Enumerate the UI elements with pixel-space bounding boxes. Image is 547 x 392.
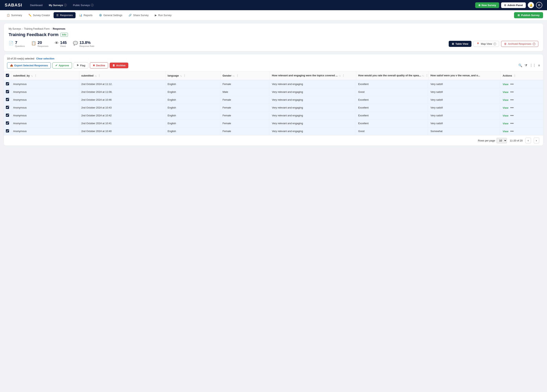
drag-q2-icon[interactable]: ⋮ (425, 74, 428, 77)
cell-submitted-by: Anonymous (11, 104, 79, 112)
row-checkbox-cell[interactable] (4, 88, 11, 96)
run-icon: ▶ (155, 14, 157, 17)
tab-general-settings[interactable]: ⚙️ General Settings (96, 12, 125, 18)
row-checkbox[interactable] (6, 129, 9, 132)
page-info: 11-20 of 20 (510, 139, 523, 142)
drag-actions-icon[interactable]: ⋮ (513, 74, 516, 77)
more-options-button[interactable]: ••• (510, 83, 514, 86)
more-options-button[interactable]: ••• (510, 122, 514, 125)
select-all-header[interactable] (4, 71, 11, 80)
notifications-button[interactable]: 🔔 (528, 2, 534, 8)
map-view-button[interactable]: 📍 Map View i (473, 41, 499, 47)
more-options-button[interactable]: ••• (510, 106, 514, 109)
view-link[interactable]: View (503, 130, 508, 133)
views-icon: 👁 (55, 41, 59, 45)
cell-actions: View ••• (501, 112, 543, 119)
view-link[interactable]: View (503, 98, 508, 101)
nav-public-surveys[interactable]: Public Surveys i (73, 4, 94, 7)
flag-button[interactable]: ⚑ Flag (74, 62, 88, 69)
columns-icon[interactable]: ⋮⋮ (530, 64, 536, 67)
row-checkbox-cell[interactable] (4, 127, 11, 135)
row-checkbox[interactable] (6, 106, 9, 109)
view-link[interactable]: View (503, 122, 508, 125)
sort-q2-icon[interactable]: ↑↓ (422, 74, 424, 77)
cell-q3: Very satisfi (428, 104, 500, 112)
view-buttons: ⊞ Table View 📍 Map View i 🗑 Archived Res… (449, 41, 538, 47)
row-checkbox[interactable] (6, 82, 9, 85)
view-link[interactable]: View (503, 83, 508, 86)
my-surveys-info-icon[interactable]: i (64, 4, 67, 7)
rows-per-page-select[interactable]: 10 25 50 (497, 138, 507, 143)
more-options-button[interactable]: ••• (510, 114, 514, 117)
avatar[interactable]: O (536, 2, 542, 8)
row-checkbox-cell[interactable] (4, 119, 11, 127)
tab-share-survey[interactable]: 🔗 Share Survey (126, 12, 151, 18)
row-checkbox[interactable] (6, 114, 9, 117)
cell-gender: Male (220, 88, 270, 96)
export-button[interactable]: 📤 Export Selected Responses (7, 62, 51, 69)
clear-selection-button[interactable]: Clear selection (36, 57, 55, 60)
drag-q1-icon[interactable]: ⋮ (342, 74, 345, 77)
tab-summary[interactable]: 📋 Summary (4, 12, 25, 18)
tab-responses[interactable]: ☰ Responses (54, 12, 75, 18)
tab-reports[interactable]: 📊 Reports (76, 12, 95, 18)
more-options-button[interactable]: ••• (510, 98, 514, 101)
breadcrumb-form-name[interactable]: Training Feedback Form (24, 28, 50, 30)
archived-responses-button[interactable]: 🗑 Archived Responses i (501, 41, 538, 47)
breadcrumb-my-surveys[interactable]: My Surveys (9, 28, 21, 30)
archive-button[interactable]: 🗑 Archive (110, 62, 128, 68)
prev-page-button[interactable]: ‹ (526, 138, 531, 143)
sort-language-icon[interactable]: ↑↓ (180, 75, 182, 77)
new-survey-button[interactable]: ⊕ New Survey (475, 2, 499, 8)
row-checkbox[interactable] (6, 90, 9, 93)
tab-survey-creator[interactable]: ✏️ Survey Creator (26, 12, 53, 18)
cell-gender: Female (220, 80, 270, 88)
more-options-button[interactable]: ••• (510, 130, 514, 133)
main-content: My Surveys › Training Feedback Form › Re… (0, 21, 547, 149)
map-view-info-icon[interactable]: i (493, 42, 496, 45)
sort-q1-icon[interactable]: ↑↓ (339, 74, 341, 77)
menu-icon[interactable]: ≡ (538, 64, 540, 67)
view-link[interactable]: View (503, 91, 508, 94)
public-surveys-info-icon[interactable]: i (91, 4, 94, 7)
drag-language-icon[interactable]: ⋮ (183, 74, 186, 77)
cell-q3: Somewhat (428, 127, 500, 135)
publish-survey-button[interactable]: ⊞ Publish Survey (514, 12, 543, 18)
plus-icon: ⊕ (478, 4, 480, 7)
sort-gender-icon[interactable]: ↑↓ (232, 75, 235, 77)
more-options-button[interactable]: ••• (510, 90, 514, 94)
search-icon[interactable]: 🔍 (518, 64, 522, 67)
table-scroll-container[interactable]: submitted_by ↑↓ ⋮ submitted ↑↓ ⋮ (4, 71, 543, 135)
cell-q2: Excellent (356, 112, 428, 119)
nav-my-surveys[interactable]: My Surveys i (49, 4, 67, 7)
next-page-button[interactable]: › (534, 138, 539, 143)
archived-info-icon[interactable]: i (533, 42, 535, 45)
row-checkbox-cell[interactable] (4, 96, 11, 104)
approve-button[interactable]: ✔ Approve (52, 62, 72, 69)
survey-info-link[interactable]: Info (61, 33, 68, 37)
select-all-checkbox[interactable] (6, 74, 9, 77)
row-checkbox-cell[interactable] (4, 112, 11, 119)
tab-run-survey[interactable]: ▶ Run Survey (152, 12, 174, 18)
nav-dashboard[interactable]: Dashboard (30, 4, 43, 7)
drag-submitted-icon[interactable]: ⋮ (98, 74, 101, 77)
row-checkbox-cell[interactable] (4, 80, 11, 88)
cell-language: English (166, 112, 220, 119)
row-checkbox[interactable] (6, 121, 9, 124)
admin-panel-button[interactable]: ⊙ Admin Panel (501, 2, 526, 8)
row-checkbox[interactable] (6, 98, 9, 101)
sort-submitted-icon[interactable]: ↑↓ (94, 75, 96, 77)
decline-button[interactable]: ✖ Decline (90, 62, 108, 69)
drag-gender-icon[interactable]: ⋮ (236, 74, 239, 77)
responses-table: submitted_by ↑↓ ⋮ submitted ↑↓ ⋮ (4, 71, 543, 135)
table-view-button[interactable]: ⊞ Table View (449, 41, 472, 47)
filter-icon[interactable]: ⧩ (525, 64, 527, 67)
cell-gender: Female (220, 119, 270, 127)
cell-submitted: 2nd October 2024 at 10:40 (79, 127, 166, 135)
view-link[interactable]: View (503, 106, 508, 109)
view-link[interactable]: View (503, 114, 508, 117)
views-label: Views (60, 45, 67, 47)
row-checkbox-cell[interactable] (4, 104, 11, 112)
sort-submitted-by-icon[interactable]: ↑↓ (31, 75, 33, 77)
drag-submitted-by-icon[interactable]: ⋮ (34, 74, 37, 77)
